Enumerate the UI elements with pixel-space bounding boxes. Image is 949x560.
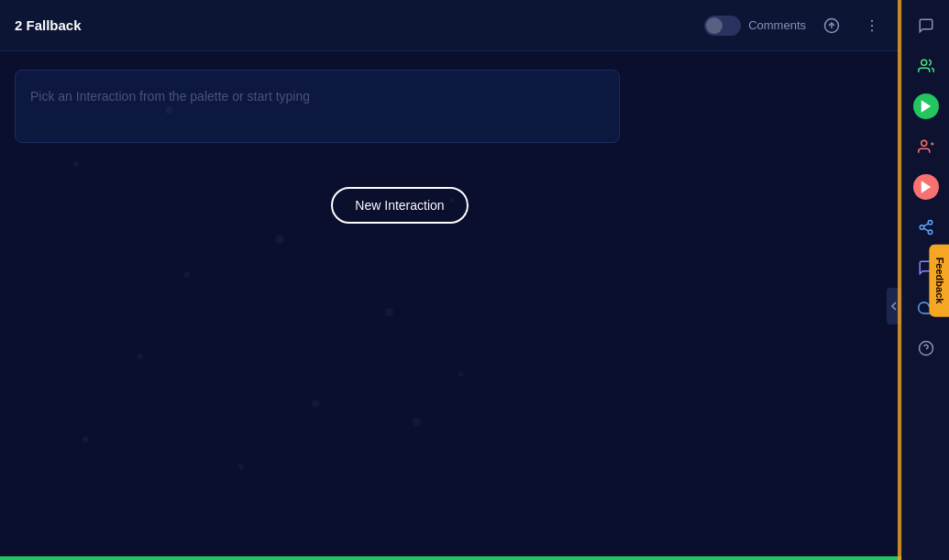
sidebar-broadcast-button[interactable]	[908, 128, 944, 165]
users-icon	[918, 58, 934, 74]
svg-marker-10	[921, 181, 931, 193]
interaction-input[interactable]: Pick an Interaction from the palette or …	[15, 70, 620, 143]
comments-toggle[interactable]	[704, 16, 741, 36]
sidebar-play-button[interactable]	[908, 88, 944, 125]
export-button[interactable]	[817, 11, 846, 40]
more-options-button[interactable]	[857, 11, 887, 40]
export-icon	[823, 17, 840, 34]
svg-point-12	[920, 225, 924, 230]
comments-toggle-area: Comments	[704, 16, 806, 36]
more-vertical-icon	[864, 17, 880, 34]
page-title: 2 Fallback	[15, 17, 693, 33]
content-area: Pick an Interaction from the palette or …	[0, 51, 901, 560]
new-interaction-button[interactable]: New Interaction	[331, 187, 468, 224]
share-icon	[918, 219, 934, 236]
svg-point-7	[921, 140, 926, 146]
users-broadcast-icon	[918, 138, 934, 155]
play-red-circle	[913, 174, 939, 200]
top-bar: 2 Fallback Comments	[0, 0, 901, 51]
sidebar-users-button[interactable]	[908, 48, 944, 84]
sidebar-chat-button[interactable]	[908, 7, 944, 44]
svg-line-15	[923, 224, 928, 226]
svg-point-4	[871, 29, 873, 31]
svg-point-3	[871, 24, 873, 26]
svg-marker-6	[921, 100, 931, 113]
svg-point-2	[871, 19, 873, 21]
bottom-status-bar	[0, 556, 901, 560]
right-sidebar: Feedback	[901, 0, 949, 560]
main-area: 2 Fallback Comments	[0, 0, 901, 560]
feedback-tab[interactable]: Feedback	[930, 244, 949, 316]
svg-point-13	[928, 230, 932, 235]
svg-line-14	[923, 228, 928, 231]
svg-point-5	[921, 60, 926, 65]
help-icon	[918, 340, 934, 357]
play-icon	[918, 98, 934, 115]
sidebar-play-red-button[interactable]	[908, 169, 944, 205]
play-red-icon	[918, 179, 934, 195]
svg-point-11	[928, 221, 932, 225]
sidebar-help-button[interactable]	[908, 330, 944, 367]
comments-label: Comments	[748, 18, 806, 32]
toggle-thumb	[706, 17, 723, 34]
sidebar-share-button[interactable]	[908, 209, 944, 246]
chat-icon	[918, 17, 934, 34]
interaction-placeholder: Pick an Interaction from the palette or …	[30, 89, 310, 104]
play-circle	[913, 93, 939, 119]
